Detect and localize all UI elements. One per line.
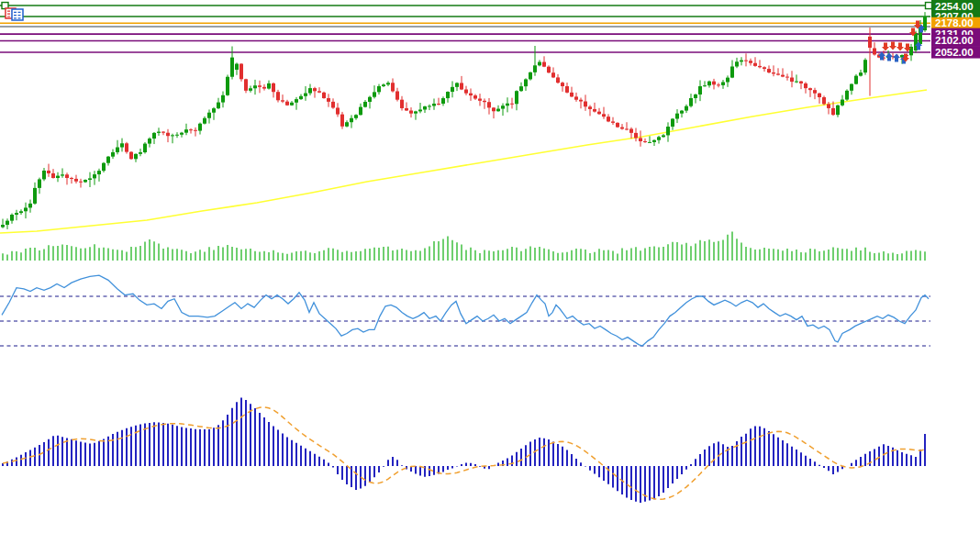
candle-body <box>340 115 344 127</box>
sell-arrow-icon[interactable] <box>882 43 889 51</box>
candle-body <box>42 171 46 179</box>
trade-list-icon-blue[interactable] <box>12 9 23 20</box>
rsi-pane <box>0 275 930 346</box>
candle-body <box>157 132 161 133</box>
candle-body <box>698 86 702 94</box>
line-drag-handle[interactable] <box>926 3 932 9</box>
candle-body <box>804 83 807 88</box>
candle-body <box>781 75 785 77</box>
price-label-text: 2254.00 <box>935 1 974 12</box>
candle-body <box>680 111 684 114</box>
candle-body <box>611 121 615 122</box>
candle-body <box>588 106 592 109</box>
candle-body <box>616 123 619 128</box>
sell-arrow-icon[interactable] <box>896 43 904 51</box>
candle-body <box>730 66 734 77</box>
candle-body <box>226 77 229 95</box>
candle-body <box>785 77 789 78</box>
candle-body <box>469 94 473 95</box>
candle-body <box>377 86 381 92</box>
buy-arrow-icon[interactable] <box>885 53 893 61</box>
candle-body <box>694 94 697 98</box>
candle-body <box>97 171 101 174</box>
candle-body <box>561 83 564 86</box>
candle-body <box>620 128 624 129</box>
candle-body <box>198 124 202 131</box>
candle-body <box>382 84 385 86</box>
candle-body <box>593 109 596 112</box>
candle-body <box>492 107 496 111</box>
buy-arrow-icon[interactable] <box>893 54 900 62</box>
candle-body <box>244 79 248 91</box>
candle-body <box>61 174 64 175</box>
candle-body <box>253 85 257 88</box>
candle-body <box>570 93 574 97</box>
candle-body <box>808 88 812 90</box>
candle-body <box>551 72 555 77</box>
candle-body <box>65 174 69 178</box>
horizontal-lines <box>0 6 930 52</box>
candle-body <box>639 138 642 141</box>
candle-body <box>74 179 78 182</box>
candle-body <box>267 83 271 89</box>
candle-body <box>772 72 775 73</box>
candle-body <box>666 127 670 135</box>
price-label-text: 2102.00 <box>935 35 974 46</box>
candle-body <box>88 178 92 180</box>
candle-body <box>744 61 748 61</box>
candle-body <box>524 79 528 86</box>
candle-body <box>529 72 532 80</box>
sell-arrow-icon[interactable] <box>889 42 896 50</box>
chart-object-icons[interactable] <box>6 8 23 20</box>
candle-body <box>327 98 330 102</box>
trading-chart-canvas[interactable]: 2254.002207.002178.002131.002102.002052.… <box>0 0 980 533</box>
candle-body <box>331 102 335 108</box>
candle-body <box>740 61 743 62</box>
candle-body <box>6 221 9 225</box>
candle-body <box>799 82 803 83</box>
candle-body <box>217 103 220 109</box>
candle-body <box>189 129 193 130</box>
candle-body <box>836 105 840 115</box>
candle-body <box>19 211 23 213</box>
candle-body <box>763 67 766 69</box>
candle-body <box>258 85 262 87</box>
candle-body <box>308 88 312 93</box>
candle-body <box>538 62 541 66</box>
candle-body <box>712 82 716 85</box>
candle-body <box>451 87 454 92</box>
candle-body <box>409 110 413 113</box>
candle-body <box>437 104 440 105</box>
candle-body <box>515 91 518 104</box>
candle-body <box>831 108 835 115</box>
candle-body <box>166 133 170 136</box>
candle-body <box>354 115 358 118</box>
candle-body <box>854 76 858 84</box>
candle-body <box>207 113 211 118</box>
candle-body <box>726 78 729 83</box>
candle-body <box>460 83 463 89</box>
candle-body <box>38 179 41 187</box>
candle-body <box>496 109 500 112</box>
candle-body <box>290 103 294 105</box>
candle-body <box>428 105 431 106</box>
price-label-text: 2052.00 <box>935 47 974 58</box>
candle-body <box>506 104 509 105</box>
candle-body <box>441 98 445 104</box>
candle-body <box>643 141 647 142</box>
candle-body <box>685 106 688 111</box>
candle-body <box>542 62 546 67</box>
candle-body <box>432 104 436 105</box>
candle-body <box>391 83 395 91</box>
candle-body <box>79 182 83 183</box>
candle-body <box>584 102 587 107</box>
candle-body <box>822 97 826 104</box>
candle-body <box>322 93 326 98</box>
chart-window: 2254.002207.002178.002131.002102.002052.… <box>0 0 980 533</box>
candle-body <box>161 132 165 133</box>
candle-body <box>313 88 317 91</box>
candle-body <box>717 84 720 85</box>
candle-body <box>483 101 486 102</box>
candle-body <box>455 83 459 86</box>
candle-body <box>276 92 280 100</box>
